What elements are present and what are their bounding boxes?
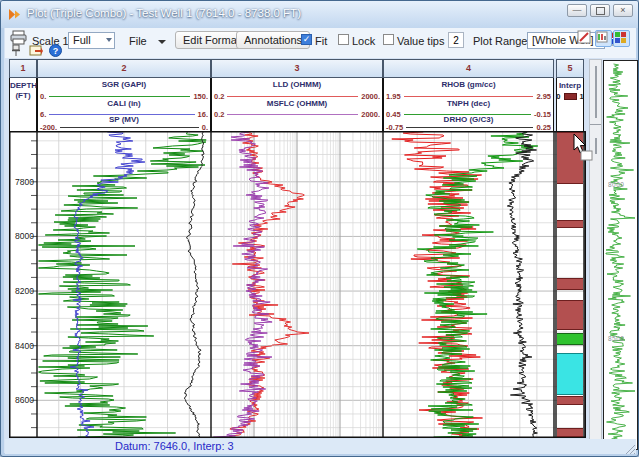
track-4-number[interactable]: 4 [383, 59, 554, 78]
interp-block [557, 428, 583, 437]
wells-format-icon[interactable] [595, 30, 612, 47]
status-bar: Datum: 7646.0, Interp: 3 [5, 439, 636, 454]
curve-label-RHOB: RHOB (gm/cc) [384, 80, 553, 89]
curve-scale-MSFLC: 0.22000. [212, 110, 382, 119]
interp-colors-icon[interactable] [613, 30, 630, 47]
interp-block [557, 353, 583, 395]
scrollbar-channel [595, 66, 597, 118]
depth-label-8400: 8400 [7, 341, 34, 351]
depth-label-8200: 8200 [7, 286, 34, 296]
interp-legend: 01 [557, 92, 583, 101]
minimap-curve [604, 61, 636, 448]
status-text: Datum: 7646.0, Interp: 3 [115, 440, 234, 452]
interp-block [557, 300, 583, 330]
plot-range-select[interactable]: [Whole Well] [527, 32, 605, 49]
minimap-depth-label: 8000 [608, 181, 624, 188]
depth-label-7800: 7800 [7, 177, 34, 187]
lock-checkbox[interactable] [338, 34, 349, 45]
curve-label-LLD: LLD (OHMM) [212, 80, 382, 89]
fit-label: Fit [315, 35, 327, 47]
track-3-header[interactable]: LLD (OHMM)0.22000.MSFLC (OHMM)0.22000. [211, 78, 383, 131]
track-5-number[interactable]: 5 [556, 59, 584, 78]
interp-block [557, 220, 583, 228]
track-2-number[interactable]: 2 [37, 59, 211, 78]
well-minimap[interactable]: 80008500 [603, 60, 638, 450]
title-bar: Plot (Triple Combo) - Test Well 1 (7614.… [1, 1, 639, 28]
depth-label-8600: 8600 [7, 395, 34, 405]
curve-SP [184, 132, 204, 437]
depth-label-8000: 8000 [7, 231, 34, 241]
plot-window: Plot (Triple Combo) - Test Well 1 (7614.… [0, 0, 639, 457]
pin-icon[interactable] [10, 44, 22, 57]
plot-scrollbar[interactable] [589, 59, 602, 453]
log-plot [9, 131, 586, 438]
resize-grip[interactable] [624, 443, 636, 455]
scrollbar-thumb[interactable] [595, 138, 597, 154]
edit-plot-icon[interactable] [577, 30, 592, 45]
track-1-header[interactable]: DEPTH(FT) [9, 78, 37, 131]
track-5-header[interactable]: Interp01 [556, 78, 584, 131]
close-button[interactable]: × [613, 4, 633, 17]
help-icon[interactable]: ? [49, 44, 62, 57]
interp-block [557, 278, 583, 290]
interp-header: Interp [557, 81, 583, 90]
curve-label-SGR: SGR (GAPI) [38, 80, 210, 89]
value-tips-label: Value tips [397, 35, 445, 47]
lock-label: Lock [352, 35, 375, 47]
window-title: Plot (Triple Combo) - Test Well 1 (7614.… [27, 7, 301, 19]
curve-label-MSFLC: MSFLC (OHMM) [212, 99, 382, 108]
depth-header: DEPTH [10, 81, 36, 90]
track-4-header[interactable]: RHOB (gm/cc)1.952.95TNPH (dec)0.45-0.15D… [383, 78, 554, 131]
minimap-depth-label: 8500 [608, 335, 624, 342]
track-2-header[interactable]: SGR (GAPI)0.150.CALI (in)6.16.SP (MV)-20… [37, 78, 211, 131]
plot-range-label: Plot Range [473, 35, 527, 47]
track-3-number[interactable]: 3 [211, 59, 383, 78]
scrollbar-divider [590, 124, 601, 125]
tip-level-input[interactable] [448, 32, 464, 48]
svg-text:?: ? [53, 46, 59, 56]
mouse-cursor [573, 134, 595, 162]
minimize-button[interactable]: — [567, 4, 587, 17]
export-icon[interactable] [29, 44, 45, 57]
maximize-button[interactable] [590, 4, 610, 17]
interp-block [557, 396, 583, 405]
interp-block [557, 333, 583, 345]
toolbar-row2: ? [5, 44, 305, 58]
curve-label-TNPH: TNPH (dec) [384, 99, 553, 108]
curve-DRHO [507, 132, 537, 437]
app-icon [9, 8, 24, 21]
curve-label-CALI: CALI (in) [38, 99, 210, 108]
value-tips-checkbox[interactable] [383, 34, 394, 45]
chevron-down-icon [106, 38, 112, 42]
track-1-number[interactable]: 1 [9, 59, 37, 78]
